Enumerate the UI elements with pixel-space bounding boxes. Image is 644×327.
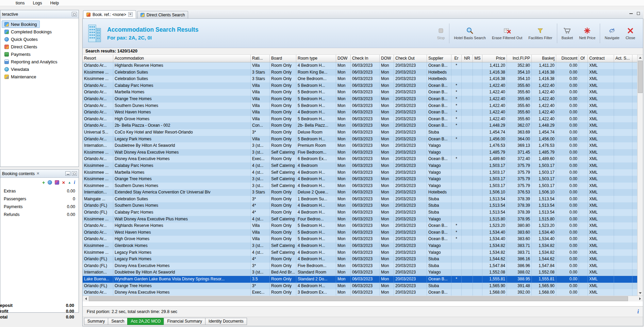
panel-float-button[interactable] bbox=[72, 12, 77, 16]
erase-filtered-out-button[interactable]: Erase Filtered Out bbox=[489, 27, 525, 40]
minimize-icon[interactable] bbox=[629, 13, 633, 14]
panel-minimize-button[interactable] bbox=[65, 171, 70, 176]
result-row[interactable]: Kissimmee ...Glenbrook Homes3 (st...Self… bbox=[83, 243, 637, 249]
result-row-selected[interactable]: Lake Buena...Wyndham Garden Lake Buena V… bbox=[83, 276, 637, 283]
result-row[interactable]: Kissimmee ...Calabay Parc Homes4 (st...S… bbox=[83, 162, 637, 169]
column-header-room-type[interactable]: Room type bbox=[296, 55, 336, 62]
panel-float-button[interactable] bbox=[72, 171, 77, 176]
column-header-dow[interactable]: DOW bbox=[380, 55, 394, 62]
result-row[interactable]: Orlando Ar...Marbella HomesVillaRoom Onl… bbox=[83, 89, 637, 96]
result-row[interactable]: Orlando Ar...2b- Bella Piazza - Ocean - … bbox=[83, 122, 637, 129]
tab-close-icon[interactable]: ✕ bbox=[128, 12, 133, 17]
result-row[interactable]: Orlando Ar...Legacy Park HomesVillaRoom … bbox=[83, 136, 637, 143]
sidebar-item-reporting-analytics[interactable]: Reporting and Analytics bbox=[2, 58, 60, 65]
result-row[interactable]: Maingate ...Celebration Suites3*Room Onl… bbox=[83, 196, 637, 203]
navigate-button[interactable]: Navigate bbox=[601, 27, 622, 40]
column-header-of[interactable]: Of bbox=[579, 55, 588, 62]
basket-button[interactable]: Basket bbox=[559, 27, 576, 40]
vertical-scrollbar-thumb[interactable] bbox=[638, 61, 643, 93]
close-button[interactable]: Close bbox=[623, 27, 638, 40]
column-header-ms[interactable]: MS bbox=[473, 55, 482, 62]
result-row[interactable]: Kissimmee ...Legacy Park Homes4 (st...Se… bbox=[83, 249, 637, 256]
list-item-refunds[interactable]: Refunds0.00 bbox=[0, 211, 79, 218]
result-row[interactable]: Orlando Ar...West Haven HomesVillaRoom O… bbox=[83, 109, 637, 116]
scroll-left-icon[interactable] bbox=[83, 296, 88, 301]
stop-button[interactable]: Stop bbox=[434, 27, 448, 40]
result-row[interactable]: Universal S...CoCo Key Hotel and Water R… bbox=[83, 129, 637, 136]
menu-item-tions[interactable]: tions bbox=[16, 1, 24, 5]
list-item-extras[interactable]: Extras0.00 bbox=[0, 187, 79, 195]
scroll-up-icon[interactable] bbox=[638, 55, 643, 60]
menu-item-help[interactable]: Help bbox=[50, 1, 59, 5]
result-row[interactable]: Kissimmee ...Southern Dunes Homes3 (st..… bbox=[83, 183, 637, 189]
result-row[interactable]: Orlando (FL)Legacy Park Homes4*Room Only… bbox=[83, 256, 637, 263]
result-row[interactable]: Orlando (FL)Calabay Parc Homes4*Room Onl… bbox=[83, 209, 637, 216]
globe-icon[interactable] bbox=[48, 180, 52, 185]
result-row[interactable]: Orlando (FL)Disney Area Executive Homes3… bbox=[83, 263, 637, 269]
restore-icon[interactable] bbox=[637, 12, 640, 15]
result-row[interactable]: Orlando Ar...Disney Area Executive Homes… bbox=[83, 289, 637, 296]
sidebar-item-quick-quotes[interactable]: Quick Quotes bbox=[2, 35, 40, 43]
result-row[interactable]: Orlando Ar...Highlands Reserve HomesVill… bbox=[83, 222, 637, 229]
tab-direct-clients-search[interactable]: Direct Clients Search bbox=[137, 11, 188, 18]
info-icon[interactable]: i bbox=[74, 180, 75, 185]
column-header-nr[interactable]: NR bbox=[462, 55, 473, 62]
result-row[interactable]: Orlando Ar...High Grove HomesVillaRoom O… bbox=[83, 116, 637, 123]
sidebar-item-direct-clients[interactable]: Direct Clients bbox=[2, 43, 40, 50]
result-row[interactable]: Orlando Ar...High Grove HomesVillaRoom O… bbox=[83, 236, 637, 243]
column-header-board[interactable]: Board bbox=[270, 55, 296, 62]
column-header-er[interactable]: Er bbox=[451, 55, 462, 62]
tab-acc-2a2c-mco[interactable]: Acc 2A,2C MCO bbox=[127, 318, 164, 325]
column-header-check-in[interactable]: Check In bbox=[351, 55, 380, 62]
sidebar-item-completed-bookings[interactable]: Completed Bookings bbox=[2, 28, 54, 35]
nett-price-button[interactable]: Nett Price bbox=[576, 27, 598, 40]
result-row[interactable]: Orlando Ar...Southern Dunes HomesVillaRo… bbox=[83, 103, 637, 109]
result-row[interactable]: Kissimmee ...Celebration Suites3 StarsRo… bbox=[83, 69, 637, 76]
column-header-basket[interactable]: Basket▼ bbox=[532, 55, 556, 62]
tab-financial-summary[interactable]: Financial Summary bbox=[164, 318, 205, 325]
result-row[interactable]: Orlando Ar...Orange Tree HomesVillaRoom … bbox=[83, 96, 637, 103]
column-header-discount[interactable]: Discount bbox=[556, 55, 579, 62]
panel-close-icon[interactable]: ✕ bbox=[36, 172, 39, 175]
move-up-icon[interactable]: ▲ bbox=[68, 180, 71, 185]
result-row[interactable]: Internation...Doubletree By Hilton At Se… bbox=[83, 269, 637, 276]
hotel-basis-search-button[interactable]: Hotel Basis Search bbox=[451, 27, 489, 40]
list-item-payments[interactable]: Payments0.00 bbox=[0, 203, 79, 211]
tab-summary[interactable]: Summary bbox=[84, 318, 108, 325]
delete-icon[interactable]: × bbox=[62, 180, 65, 185]
result-row[interactable]: Orlando Ar...Highlands Reserve HomesVill… bbox=[83, 62, 637, 69]
list-item-passengers[interactable]: Passengers0 bbox=[0, 195, 79, 203]
components-icon[interactable] bbox=[55, 180, 59, 185]
sidebar-item-maintenance[interactable]: Maintenance bbox=[2, 73, 39, 80]
column-header-check-out[interactable]: Check Out bbox=[394, 55, 427, 62]
result-row[interactable]: Kissimmee ...Marbella Homes4 (st...Self … bbox=[83, 169, 637, 176]
result-row[interactable]: Orlando (FL)Southern Dunes Homes4*Room O… bbox=[83, 202, 637, 209]
column-header-resort[interactable]: Resort bbox=[83, 55, 113, 62]
add-icon[interactable]: + bbox=[42, 180, 45, 185]
scroll-right-icon[interactable] bbox=[638, 296, 642, 301]
result-row[interactable]: Orlando (FL)Orange Tree Homes3*Room Only… bbox=[83, 283, 637, 290]
horizontal-scrollbar-thumb[interactable] bbox=[89, 296, 628, 301]
column-header-price[interactable]: Price bbox=[482, 55, 507, 62]
tab-booking-ref[interactable]: Book. ref.: <none> ✕ bbox=[83, 10, 136, 18]
horizontal-scrollbar[interactable] bbox=[83, 296, 643, 301]
sidebar-item-viewdata[interactable]: Viewdata bbox=[2, 65, 32, 73]
column-header-accommodation[interactable]: Accommodation bbox=[113, 55, 251, 62]
info-icon[interactable]: i bbox=[638, 309, 639, 315]
column-header-dow[interactable]: DOW bbox=[336, 55, 351, 62]
result-row[interactable]: Internation...Extended Stay America Conv… bbox=[83, 189, 637, 196]
sidebar-item-payments[interactable]: Payments bbox=[2, 50, 33, 58]
result-row[interactable]: Kissimmee ...Walt Disney Area Executive … bbox=[83, 149, 637, 156]
column-header-incl-fl-pp[interactable]: Incl.Fl.PP bbox=[507, 55, 532, 62]
tab-identity-documents[interactable]: Identity Documents bbox=[205, 318, 247, 325]
vertical-scrollbar[interactable] bbox=[637, 55, 643, 296]
result-row[interactable]: Orlando Ar...Calabay Parc HomesVillaRoom… bbox=[83, 82, 637, 89]
tab-search[interactable]: Search bbox=[108, 318, 128, 325]
result-row[interactable]: Orlando Ar...West Haven HomesVillaRoom O… bbox=[83, 229, 637, 236]
result-row[interactable]: Kissimmee ...Orange Tree Homes3 (st...Se… bbox=[83, 176, 637, 183]
column-header-supplier[interactable]: Supplier bbox=[427, 55, 451, 62]
column-header-contract[interactable]: Contract bbox=[588, 55, 614, 62]
result-row[interactable]: Kissimmee ...Walt Disney Area Executive … bbox=[83, 216, 637, 223]
facilities-filter-button[interactable]: Facilities Filter bbox=[525, 27, 555, 40]
menu-item-logs[interactable]: Logs bbox=[33, 1, 42, 5]
